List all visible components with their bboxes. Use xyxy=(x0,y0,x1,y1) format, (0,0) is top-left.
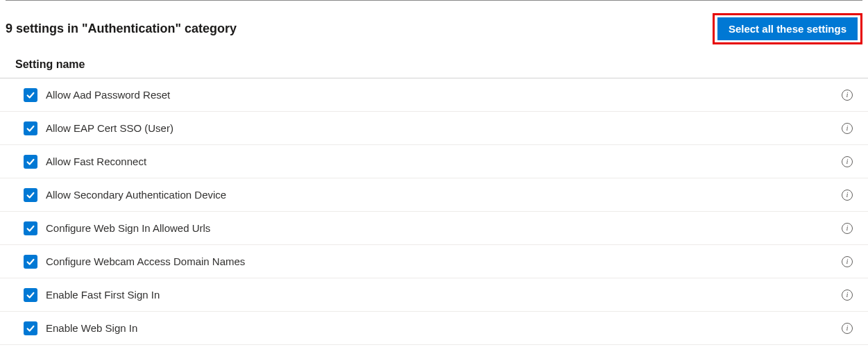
check-icon xyxy=(26,157,35,167)
settings-list-wrap: Allow Aad Password ResetAllow EAP Cert S… xyxy=(0,78,868,351)
setting-label: Enable Web Sign In xyxy=(46,322,833,334)
scroll-spacer xyxy=(0,345,868,351)
info-icon[interactable] xyxy=(842,156,853,167)
setting-label: Configure Webcam Access Domain Names xyxy=(46,255,833,267)
select-all-button[interactable]: Select all these settings xyxy=(717,17,858,40)
info-icon[interactable] xyxy=(842,90,853,101)
checkbox-wrap xyxy=(24,155,37,169)
setting-row[interactable]: Allow Secondary Authentication Device xyxy=(0,178,868,212)
setting-label: Allow Secondary Authentication Device xyxy=(46,189,833,201)
info-icon[interactable] xyxy=(842,256,853,267)
info-icon[interactable] xyxy=(842,289,853,301)
info-icon[interactable] xyxy=(842,323,853,334)
checkbox-wrap xyxy=(24,221,37,235)
setting-label: Enable Fast First Sign In xyxy=(46,289,833,301)
checkbox[interactable] xyxy=(24,121,37,135)
check-icon xyxy=(26,224,35,233)
setting-label: Configure Web Sign In Allowed Urls xyxy=(46,222,833,234)
checkbox[interactable] xyxy=(24,155,37,169)
header-row: 9 settings in "Authentication" category … xyxy=(0,1,868,54)
checkbox-wrap xyxy=(24,288,37,302)
checkbox[interactable] xyxy=(24,188,37,202)
checkbox[interactable] xyxy=(24,221,37,235)
setting-row[interactable]: Enable Web Sign In xyxy=(0,312,868,345)
setting-row[interactable]: Enable Fast First Sign In xyxy=(0,278,868,312)
checkbox-wrap xyxy=(24,188,37,202)
setting-row[interactable]: Configure Webcam Access Domain Names xyxy=(0,245,868,278)
setting-row[interactable]: Allow EAP Cert SSO (User) xyxy=(0,112,868,145)
category-title: 9 settings in "Authentication" category xyxy=(6,22,237,36)
check-icon xyxy=(26,290,35,300)
setting-label: Allow EAP Cert SSO (User) xyxy=(46,122,833,134)
checkbox-wrap xyxy=(24,321,37,335)
checkbox-wrap xyxy=(24,88,37,102)
checkbox-wrap xyxy=(24,255,37,269)
setting-row[interactable]: Configure Web Sign In Allowed Urls xyxy=(0,212,868,245)
setting-label: Allow Aad Password Reset xyxy=(46,89,833,101)
check-icon xyxy=(26,90,35,100)
checkbox[interactable] xyxy=(24,321,37,335)
info-icon[interactable] xyxy=(842,223,853,234)
info-icon[interactable] xyxy=(842,123,853,134)
setting-row[interactable]: Allow Aad Password Reset xyxy=(0,78,868,112)
setting-row[interactable]: Allow Fast Reconnect xyxy=(0,145,868,178)
check-icon xyxy=(26,257,35,267)
checkbox-wrap xyxy=(24,121,37,135)
check-icon xyxy=(26,190,35,200)
select-all-highlight: Select all these settings xyxy=(713,13,862,44)
check-icon xyxy=(26,124,35,133)
info-icon[interactable] xyxy=(842,190,853,201)
column-header-setting-name: Setting name xyxy=(0,54,868,78)
check-icon xyxy=(26,324,35,333)
checkbox[interactable] xyxy=(24,255,37,269)
checkbox[interactable] xyxy=(24,88,37,102)
checkbox[interactable] xyxy=(24,288,37,302)
setting-label: Allow Fast Reconnect xyxy=(46,156,833,167)
settings-list-scroll[interactable]: Allow Aad Password ResetAllow EAP Cert S… xyxy=(0,78,868,351)
